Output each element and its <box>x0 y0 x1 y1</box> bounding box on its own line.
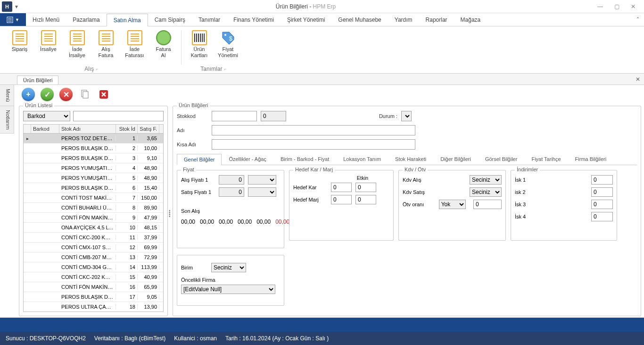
kdv-alis-select[interactable]: Seciniz <box>470 175 502 185</box>
label-stokkod: Stokkod <box>177 113 208 119</box>
kisaadi-input[interactable] <box>212 139 415 150</box>
table-row[interactable]: PEROS YUMUŞATICI … 4 48,90 <box>24 163 163 173</box>
detail-tab[interactable]: Lokasyon Tanım <box>336 153 388 165</box>
ribbon-button[interactable]: İadeİrsaliye <box>64 28 90 59</box>
menu-tab[interactable]: Yardım <box>388 13 419 26</box>
table-row[interactable]: CONTİ FÖN MAKİNA… 9 47,99 <box>24 213 163 223</box>
ribbon-button[interactable]: İadeFaturası <box>122 28 148 59</box>
iskonto-input[interactable] <box>591 175 613 185</box>
col-stokid[interactable]: Stok İd <box>116 125 138 133</box>
filter-value-input[interactable] <box>73 111 164 121</box>
iskonto-input[interactable] <box>591 212 613 221</box>
menu-tab[interactable]: Pazarlama <box>66 13 106 26</box>
iskonto-input[interactable] <box>591 187 613 197</box>
ribbon-button[interactable]: AlışFatura <box>93 28 119 59</box>
record-toolbar: + ✓ ✕ <box>0 85 644 104</box>
hedef-kar-etkin-input[interactable] <box>355 183 376 192</box>
menu-tab[interactable]: Hızlı Menü <box>26 13 66 26</box>
delete-button[interactable] <box>97 88 110 101</box>
fiyat-group: Fiyat Alış Fiyatı 1 Satış Fiyatı 1 Son A… <box>177 170 284 248</box>
product-grid[interactable]: Barkod Stok Adı Stok İd Satış F. ▸ PEROS… <box>23 124 164 312</box>
orange-lines-icon <box>12 30 27 45</box>
table-row[interactable]: PEROS BULAŞIK DET… 6 15,40 <box>24 183 163 193</box>
detail-tab[interactable]: Stok Haraketi <box>388 153 433 165</box>
adi-input[interactable] <box>212 125 415 135</box>
durum-select[interactable] <box>401 111 412 121</box>
table-row[interactable]: PEROS BULAŞIK DET… 2 10,00 <box>24 143 163 153</box>
col-satisf[interactable]: Satış F. <box>138 125 159 133</box>
dialog-launcher-icon[interactable]: ⌐ <box>224 67 226 71</box>
hedef-marj-input[interactable] <box>331 195 352 204</box>
satis-fiyati-unit-select[interactable] <box>248 187 276 197</box>
table-row[interactable]: CONTİ CMD-304 GUS… 14 113,99 <box>24 262 163 272</box>
iskonto-input[interactable] <box>591 200 613 209</box>
cancel-button[interactable]: ✕ <box>59 88 73 101</box>
otv-orani-select[interactable]: Yok <box>439 200 466 209</box>
minimize-button[interactable]: — <box>594 1 607 12</box>
ribbon-button[interactable]: FaturaAl <box>150 28 176 59</box>
detail-tab[interactable]: Birim - Barkod - Fiyat <box>273 153 336 165</box>
satis-fiyati-input[interactable] <box>219 187 244 197</box>
menu-tab[interactable]: Satın Alma <box>107 14 148 26</box>
otv-value-input[interactable] <box>473 200 502 209</box>
oncelikli-firma-select[interactable]: [EditValue Null] <box>181 285 275 294</box>
ribbon-button[interactable]: $FiyatYönetimi <box>215 28 241 59</box>
detail-tab[interactable]: Firma Bilğileri <box>568 153 614 165</box>
menu-tab[interactable]: Cam Sipairş <box>148 13 192 26</box>
detail-tab[interactable]: Özellikler - Ağaç <box>222 153 273 165</box>
menu-tab[interactable]: Raporlar <box>419 13 454 26</box>
ribbon-button[interactable]: İrsaliye <box>35 28 61 59</box>
alis-fiyati-input[interactable] <box>219 175 244 185</box>
label-durum: Durum : <box>369 113 397 119</box>
table-row[interactable]: CONTİ FÖN MAKİNA… 16 65,99 <box>24 282 163 292</box>
table-row[interactable]: PEROS ULTRA ÇAMA… 18 13,90 <box>24 302 163 311</box>
side-tab-notlarim[interactable]: Notlarım <box>0 106 14 134</box>
table-row[interactable]: PEROS BULAŞIK DET… 17 9,05 <box>24 292 163 302</box>
orange-lines-icon <box>99 30 114 45</box>
ribbon-button[interactable]: Sipariş <box>7 28 33 59</box>
document-tab[interactable]: Ürün Bilğileri <box>17 76 58 84</box>
copy-button[interactable] <box>78 88 91 101</box>
table-row[interactable]: CONTİ CKC-200 KEYİ… 11 37,99 <box>24 233 163 243</box>
menu-tab[interactable]: Finans Yönetimi <box>227 13 281 26</box>
kdv-satis-select[interactable]: Seciniz <box>470 187 502 197</box>
detail-tab[interactable]: Diğer Bilğileri <box>433 153 478 165</box>
table-row[interactable]: ONA AYÇİÇEK 4,5 LT… 10 48,15 <box>24 223 163 233</box>
file-menu-button[interactable]: ▼ <box>0 13 26 26</box>
table-row[interactable]: PEROS BULAŞIK DET… 3 9,10 <box>24 153 163 163</box>
table-row[interactable]: CONTİ BUHARLI ÜTÜ… 8 89,90 <box>24 203 163 213</box>
dialog-launcher-icon[interactable]: ⌐ <box>96 67 98 71</box>
alis-fiyati-unit-select[interactable] <box>248 175 276 185</box>
stokkod-input[interactable] <box>212 111 257 121</box>
col-barkod[interactable]: Barkod <box>31 125 59 133</box>
globe-icon <box>156 30 171 45</box>
splitter-handle[interactable]: •••• <box>169 210 171 218</box>
detail-tab[interactable]: Görsel Bilğiler <box>478 153 524 165</box>
table-row[interactable]: PEROS YUMUŞATICI … 5 48,90 <box>24 173 163 183</box>
col-stokadi[interactable]: Stok Adı <box>59 125 116 133</box>
ribbon-button[interactable]: ÜrünKartları <box>186 28 212 59</box>
ribbon-collapse-icon[interactable]: ˄ <box>632 13 644 26</box>
hedef-kar-input[interactable] <box>331 183 352 192</box>
table-row[interactable]: CONTİ CKC-202 KEYİ… 15 40,99 <box>24 272 163 282</box>
birim-select[interactable]: Seciniz <box>211 263 246 272</box>
table-row[interactable]: CONTİ CMB-207 MUL… 13 72,99 <box>24 252 163 262</box>
hedef-marj-etkin-input[interactable] <box>355 195 376 204</box>
maximize-button[interactable]: ▢ <box>611 1 623 12</box>
table-row[interactable]: CONTİ CMX-107 SAF… 12 69,99 <box>24 243 163 252</box>
menu-tab[interactable]: Mağaza <box>454 13 487 26</box>
menu-tab[interactable]: Genel Muhasebe <box>331 13 388 26</box>
table-row[interactable]: CONTİ TOST MAKİNA… 7 150,00 <box>24 193 163 203</box>
filter-field-select[interactable]: Barkod <box>23 111 70 121</box>
detail-tab[interactable]: Genel Bilğiler <box>177 154 222 165</box>
add-button[interactable]: + <box>22 88 35 101</box>
close-button[interactable]: ✕ <box>627 1 639 12</box>
confirm-button[interactable]: ✓ <box>41 88 54 101</box>
menu-tab[interactable]: Şirket Yönetimi <box>281 13 331 26</box>
detail-tab[interactable]: Fiyat Tarihçe <box>524 153 568 165</box>
side-tab-menu[interactable]: Menü <box>0 85 14 106</box>
menu-tab[interactable]: Tanımlar <box>192 13 227 26</box>
table-row[interactable]: ▸ PEROS TOZ DET.ELD… 1 3,65 <box>24 134 163 143</box>
document-tab-close-icon[interactable]: ✕ <box>632 76 644 83</box>
stokkod-side-input[interactable] <box>261 111 286 121</box>
